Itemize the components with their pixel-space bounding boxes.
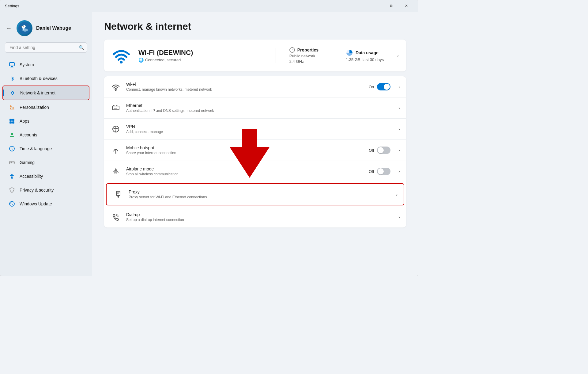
setting-airplane[interactable]: Airplane mode Stop all wireless communic… — [104, 161, 406, 182]
user-name: Daniel Wabuge — [36, 25, 71, 31]
personalization-icon — [9, 104, 15, 111]
sidebar-item-apps[interactable]: Apps — [2, 114, 89, 128]
dialup-text: Dial-up Set up a dial-up internet connec… — [126, 212, 394, 222]
hotspot-toggle-label: Off — [369, 148, 374, 153]
svg-point-7 — [10, 105, 12, 107]
wifi-setting-icon — [110, 81, 121, 92]
dialup-title: Dial-up — [126, 212, 394, 217]
svg-point-6 — [12, 94, 13, 95]
svg-point-15 — [13, 162, 13, 163]
sidebar-item-network[interactable]: Network & internet — [2, 86, 89, 100]
wifi-toggle-label: On — [369, 85, 374, 89]
properties-line2: 2.4 GHz — [289, 59, 318, 64]
setting-wifi[interactable]: Wi-Fi Connect, manage known networks, me… — [104, 76, 406, 97]
data-usage-block: Data usage 1.35 GB, last 30 days — [340, 49, 390, 62]
wifi-large-icon — [111, 46, 131, 65]
time-icon — [9, 145, 15, 152]
settings-list: Wi-Fi Connect, manage known networks, me… — [104, 76, 406, 227]
vpn-chevron: › — [398, 127, 400, 132]
nav-list: System Bluetooth & devices — [0, 58, 92, 271]
app-body: ← Daniel Wabuge 🔍 — [0, 12, 418, 276]
close-button[interactable]: ✕ — [399, 1, 413, 11]
dialup-icon — [110, 212, 121, 223]
title-bar: Settings — ⧉ ✕ — [0, 0, 418, 12]
ethernet-text: Ethernet Authentication, IP and DNS sett… — [126, 103, 394, 113]
sidebar-item-personalization[interactable]: Personalization — [2, 101, 89, 114]
sidebar-item-gaming[interactable]: Gaming — [2, 156, 89, 169]
properties-header: i Properties — [289, 47, 318, 53]
proxy-chevron: › — [396, 192, 398, 197]
svg-rect-11 — [12, 121, 14, 124]
active-indicator — [3, 90, 4, 96]
avatar — [17, 20, 32, 36]
svg-point-12 — [11, 133, 13, 135]
search-input[interactable] — [5, 42, 87, 53]
title-bar-left: Settings — [5, 4, 19, 8]
wifi-setting-text: Wi-Fi Connect, manage known networks, me… — [126, 82, 364, 92]
sidebar-item-accounts[interactable]: Accounts — [2, 128, 89, 142]
data-usage-icon — [346, 49, 353, 56]
svg-rect-5 — [10, 67, 13, 67]
card-divider-2 — [332, 48, 332, 63]
ethernet-desc: Authentication, IP and DNS settings, met… — [126, 109, 394, 113]
sidebar-item-update[interactable]: Windows Update — [2, 197, 89, 211]
accounts-icon — [9, 132, 15, 138]
minimize-button[interactable]: — — [369, 1, 383, 11]
dialup-chevron: › — [398, 215, 400, 219]
svg-point-24 — [113, 126, 119, 132]
maximize-button[interactable]: ⧉ — [384, 1, 398, 11]
proxy-title: Proxy — [129, 189, 391, 194]
wifi-status-card[interactable]: Wi-Fi (DEEWINC) 🌐 Connected, secured i P… — [104, 40, 406, 71]
data-usage-label: Data usage — [356, 50, 379, 55]
hotspot-toggle[interactable] — [377, 147, 390, 154]
sidebar-item-bluetooth[interactable]: Bluetooth & devices — [2, 72, 89, 85]
dialup-desc: Set up a dial-up internet connection — [126, 218, 394, 222]
setting-dialup[interactable]: Dial-up Set up a dial-up internet connec… — [104, 207, 406, 227]
wifi-network-name: Wi-Fi (DEEWINC) — [138, 49, 268, 57]
sidebar-item-time-label: Time & language — [20, 146, 52, 151]
vpn-icon — [110, 124, 121, 135]
window-controls: — ⧉ ✕ — [369, 1, 413, 11]
airplane-toggle[interactable] — [377, 168, 390, 175]
proxy-icon — [113, 189, 124, 200]
vpn-desc: Add, connect, manage — [126, 130, 394, 134]
sidebar-item-personalization-label: Personalization — [20, 105, 49, 110]
main-content: Network & internet Wi-Fi (DEEWINC) 🌐 — [92, 12, 418, 276]
card-divider-1 — [276, 48, 276, 63]
sidebar-item-network-label: Network & internet — [20, 90, 55, 95]
sidebar-item-privacy-label: Privacy & security — [20, 188, 54, 193]
setting-hotspot[interactable]: Mobile hotspot Share your internet conne… — [104, 140, 406, 161]
globe-icon: 🌐 — [138, 58, 144, 63]
wifi-toggle[interactable] — [377, 83, 390, 90]
sidebar-item-privacy[interactable]: Privacy & security — [2, 183, 89, 197]
svg-rect-4 — [11, 66, 13, 67]
sidebar-item-apps-label: Apps — [20, 119, 29, 124]
data-usage-value: 1.35 GB, last 30 days — [346, 57, 384, 62]
svg-rect-3 — [9, 63, 14, 66]
sidebar-item-gaming-label: Gaming — [20, 160, 35, 165]
setting-ethernet[interactable]: Ethernet Authentication, IP and DNS sett… — [104, 97, 406, 119]
sidebar-item-accounts-label: Accounts — [20, 132, 37, 137]
setting-vpn[interactable]: VPN Add, connect, manage › — [104, 119, 406, 140]
wifi-setting-title: Wi-Fi — [126, 82, 364, 87]
accessibility-icon — [9, 173, 15, 180]
back-button[interactable]: ← — [6, 25, 12, 32]
ethernet-title: Ethernet — [126, 103, 394, 108]
hotspot-text: Mobile hotspot Share your internet conne… — [126, 145, 364, 155]
update-icon — [9, 200, 15, 207]
wifi-properties-block: i Properties Public network 2.4 GHz — [283, 47, 325, 64]
apps-icon — [9, 118, 15, 124]
proxy-text: Proxy Proxy server for Wi-Fi and Etherne… — [129, 189, 391, 199]
sidebar-item-time[interactable]: Time & language — [2, 142, 89, 155]
network-icon — [9, 90, 16, 96]
setting-proxy[interactable]: Proxy Proxy server for Wi-Fi and Etherne… — [106, 183, 404, 205]
sidebar-item-system[interactable]: System — [2, 58, 89, 71]
airplane-text: Airplane mode Stop all wireless communic… — [126, 166, 364, 176]
ethernet-icon — [110, 102, 121, 113]
sidebar-item-accessibility[interactable]: Accessibility — [2, 170, 89, 183]
proxy-desc: Proxy server for Wi-Fi and Ethernet conn… — [129, 195, 391, 199]
search-box: 🔍 — [5, 42, 87, 53]
hotspot-desc: Share your internet connection — [126, 151, 364, 155]
info-icon: i — [289, 47, 295, 53]
airplane-right: Off — [369, 168, 390, 175]
